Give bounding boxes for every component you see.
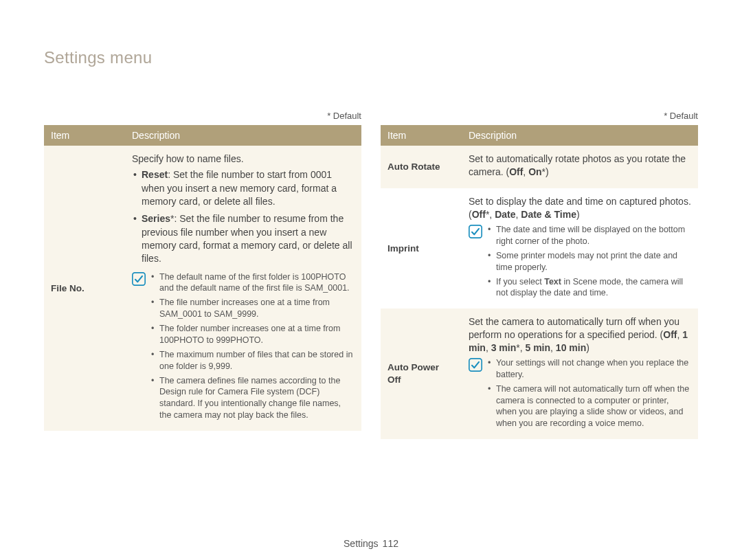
note-item: The camera defines file names according … bbox=[151, 375, 355, 422]
svg-rect-2 bbox=[469, 359, 482, 371]
desc-intro: Set the camera to automatically turn off… bbox=[469, 315, 691, 355]
page-footer: Settings112 bbox=[0, 537, 742, 550]
content-columns: * Default Item Description File No.Speci… bbox=[44, 110, 698, 439]
desc-intro: Set to automatically rotate photos as yo… bbox=[469, 153, 691, 179]
note-block: The date and time will be displayed on t… bbox=[469, 224, 691, 302]
note-icon bbox=[132, 272, 146, 286]
option-item: Reset: Set the file number to start from… bbox=[132, 168, 355, 208]
svg-rect-0 bbox=[133, 272, 145, 284]
option-item: Series*: Set the file number to resume f… bbox=[132, 212, 355, 265]
note-icon bbox=[469, 225, 482, 238]
page-title: Settings menu bbox=[44, 47, 152, 69]
note-block: Your settings will not change when you r… bbox=[469, 357, 691, 432]
header-item: Item bbox=[381, 125, 462, 146]
options-list: Reset: Set the file number to start from… bbox=[132, 168, 355, 265]
default-note-right: * Default bbox=[381, 110, 698, 122]
description-cell: Set the camera to automatically turn off… bbox=[462, 309, 698, 439]
note-item: The date and time will be displayed on t… bbox=[488, 224, 691, 247]
note-list: Your settings will not change when you r… bbox=[488, 357, 691, 432]
item-cell: Imprint bbox=[381, 188, 462, 309]
note-item: Some printer models may not print the da… bbox=[488, 250, 691, 273]
note-list: The default name of the first folder is … bbox=[151, 271, 355, 425]
note-item: Your settings will not change when you r… bbox=[488, 357, 691, 381]
note-list: The date and time will be displayed on t… bbox=[488, 224, 691, 302]
item-cell: Auto Rotate bbox=[381, 146, 462, 188]
note-item: The camera will not automatically turn o… bbox=[488, 383, 691, 430]
footer-section: Settings bbox=[344, 538, 379, 549]
description-cell: Set to display the date and time on capt… bbox=[462, 188, 698, 309]
right-column: * Default Item Description Auto RotateSe… bbox=[381, 110, 698, 439]
table-row: ImprintSet to display the date and time … bbox=[381, 188, 698, 309]
note-item: The folder number increases one at a tim… bbox=[151, 323, 355, 346]
desc-intro: Set to display the date and time on capt… bbox=[469, 195, 691, 221]
table-row: Auto Power OffSet the camera to automati… bbox=[381, 309, 698, 439]
table-row: Auto RotateSet to automatically rotate p… bbox=[381, 146, 698, 188]
item-cell: File No. bbox=[44, 146, 125, 431]
table-row: File No.Specify how to name files.Reset:… bbox=[44, 146, 361, 431]
desc-intro: Specify how to name files. bbox=[132, 153, 355, 166]
header-item: Item bbox=[44, 125, 125, 146]
header-description: Description bbox=[125, 125, 361, 146]
description-cell: Set to automatically rotate photos as yo… bbox=[462, 146, 698, 188]
left-column: * Default Item Description File No.Speci… bbox=[44, 110, 361, 439]
note-item: The file number increases one at a time … bbox=[151, 297, 355, 320]
note-item: The default name of the first folder is … bbox=[151, 271, 355, 295]
svg-rect-1 bbox=[469, 225, 482, 238]
default-note-left: * Default bbox=[44, 110, 361, 122]
settings-table-left: Item Description File No.Specify how to … bbox=[44, 125, 361, 431]
note-item: The maximum number of files that can be … bbox=[151, 349, 355, 372]
description-cell: Specify how to name files.Reset: Set the… bbox=[125, 146, 361, 431]
note-block: The default name of the first folder is … bbox=[132, 271, 355, 425]
page-number: 112 bbox=[383, 538, 398, 549]
note-item: If you select Text in Scene mode, the ca… bbox=[488, 276, 691, 300]
item-cell: Auto Power Off bbox=[381, 309, 462, 439]
settings-table-right: Item Description Auto RotateSet to autom… bbox=[381, 125, 698, 440]
note-icon bbox=[469, 358, 482, 372]
header-description: Description bbox=[462, 125, 698, 146]
